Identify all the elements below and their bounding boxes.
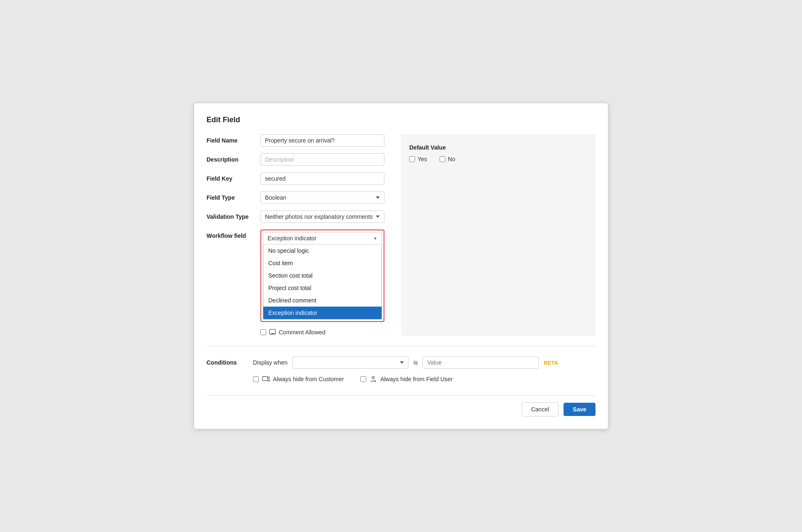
default-value-label: Default Value bbox=[409, 144, 587, 151]
dropdown-item-exception-indicator[interactable]: Exception indicator bbox=[263, 307, 382, 319]
default-value-no-label: No bbox=[448, 156, 455, 162]
form-right: Default Value Yes No bbox=[401, 134, 595, 336]
validation-type-label: Validation Type bbox=[207, 210, 260, 220]
default-value-no-checkbox[interactable] bbox=[440, 156, 445, 162]
description-label: Description bbox=[207, 153, 260, 163]
workflow-select-display[interactable]: Exception indicator ▼ bbox=[263, 232, 382, 244]
workflow-dropdown-border: Exception indicator ▼ No special logic C… bbox=[260, 230, 384, 322]
field-name-label: Field Name bbox=[207, 134, 260, 144]
svg-point-2 bbox=[372, 377, 374, 379]
comment-allowed-row: Comment Allowed bbox=[260, 329, 384, 336]
validation-type-row: Validation Type Neither photos nor expla… bbox=[207, 210, 384, 223]
hide-from-field-user-option: Always hide from Field User bbox=[360, 375, 452, 383]
display-when-select[interactable] bbox=[292, 356, 408, 369]
field-key-row: Field Key bbox=[207, 172, 384, 185]
comment-allowed-label: Comment Allowed bbox=[279, 329, 326, 336]
validation-type-control: Neither photos nor explanatory comments … bbox=[260, 210, 384, 223]
hide-from-customer-checkbox[interactable] bbox=[253, 376, 259, 382]
hide-from-field-user-label: Always hide from Field User bbox=[380, 376, 452, 382]
field-type-row: Field Type Boolean bbox=[207, 191, 384, 204]
dropdown-item-no-special-logic[interactable]: No special logic bbox=[263, 244, 382, 257]
dropdown-item-section-cost-total[interactable]: Section cost total bbox=[263, 269, 382, 282]
hide-from-customer-label: Always hide from Customer bbox=[273, 376, 344, 382]
workflow-field-label: Workflow field bbox=[207, 230, 260, 239]
description-row: Description bbox=[207, 153, 384, 166]
conditions-label: Conditions bbox=[207, 359, 248, 366]
hide-from-customer-option: Always hide from Customer bbox=[253, 375, 344, 383]
field-type-select[interactable]: Boolean bbox=[260, 191, 384, 204]
field-key-input[interactable] bbox=[260, 172, 384, 185]
field-type-label: Field Type bbox=[207, 191, 260, 201]
field-key-label: Field Key bbox=[207, 172, 260, 182]
conditions-row: Conditions Display when is BETA bbox=[207, 356, 595, 369]
workflow-selected-value: Exception indicator bbox=[267, 235, 316, 242]
footer-row: Cancel Save bbox=[207, 395, 595, 416]
comment-allowed-checkbox[interactable] bbox=[260, 329, 266, 335]
default-value-options: Yes No bbox=[409, 156, 587, 162]
default-value-section: Default Value Yes No bbox=[409, 143, 587, 162]
field-name-control bbox=[260, 134, 384, 147]
save-button[interactable]: Save bbox=[564, 403, 595, 416]
field-name-row: Field Name bbox=[207, 134, 384, 147]
section-divider bbox=[207, 346, 595, 346]
form-layout: Field Name Description Field Key bbox=[207, 134, 595, 336]
comment-icon bbox=[269, 329, 276, 336]
beta-badge: BETA bbox=[544, 360, 558, 366]
field-name-input[interactable] bbox=[260, 134, 384, 147]
description-control bbox=[260, 153, 384, 166]
default-value-yes-checkbox[interactable] bbox=[409, 156, 415, 162]
form-left: Field Name Description Field Key bbox=[207, 134, 384, 336]
default-value-yes-option: Yes bbox=[409, 156, 427, 162]
dropdown-item-project-cost-total[interactable]: Project cost total bbox=[263, 282, 382, 294]
field-user-icon bbox=[369, 375, 377, 383]
description-input[interactable] bbox=[260, 153, 384, 166]
value-input[interactable] bbox=[423, 356, 539, 369]
dropdown-item-cost-item[interactable]: Cost item bbox=[263, 257, 382, 269]
workflow-dropdown-list: No special logic Cost item Section cost … bbox=[263, 244, 382, 319]
dropdown-arrow-icon: ▼ bbox=[373, 236, 377, 241]
workflow-field-control: Exception indicator ▼ No special logic C… bbox=[260, 230, 384, 322]
validation-type-select[interactable]: Neither photos nor explanatory comments … bbox=[260, 210, 384, 223]
workflow-field-row: Workflow field Exception indicator ▼ No … bbox=[207, 230, 384, 322]
field-type-control: Boolean bbox=[260, 191, 384, 204]
is-label: is bbox=[413, 359, 418, 366]
modal-title: Edit Field bbox=[207, 116, 595, 124]
edit-field-modal: Edit Field Field Name Description Field … bbox=[194, 103, 608, 429]
default-value-no-option: No bbox=[440, 156, 455, 162]
hide-options-row: Always hide from Customer Always hide fr… bbox=[253, 375, 595, 383]
svg-rect-1 bbox=[262, 377, 268, 381]
default-value-yes-label: Yes bbox=[418, 156, 427, 162]
hide-from-field-user-checkbox[interactable] bbox=[360, 376, 366, 382]
dropdown-item-declined-comment[interactable]: Declined comment bbox=[263, 294, 382, 307]
display-when-label: Display when bbox=[253, 359, 287, 366]
customer-icon bbox=[262, 375, 270, 383]
cancel-button[interactable]: Cancel bbox=[522, 402, 559, 416]
conditions-section: Conditions Display when is BETA Always h… bbox=[207, 356, 595, 383]
field-key-control bbox=[260, 172, 384, 185]
